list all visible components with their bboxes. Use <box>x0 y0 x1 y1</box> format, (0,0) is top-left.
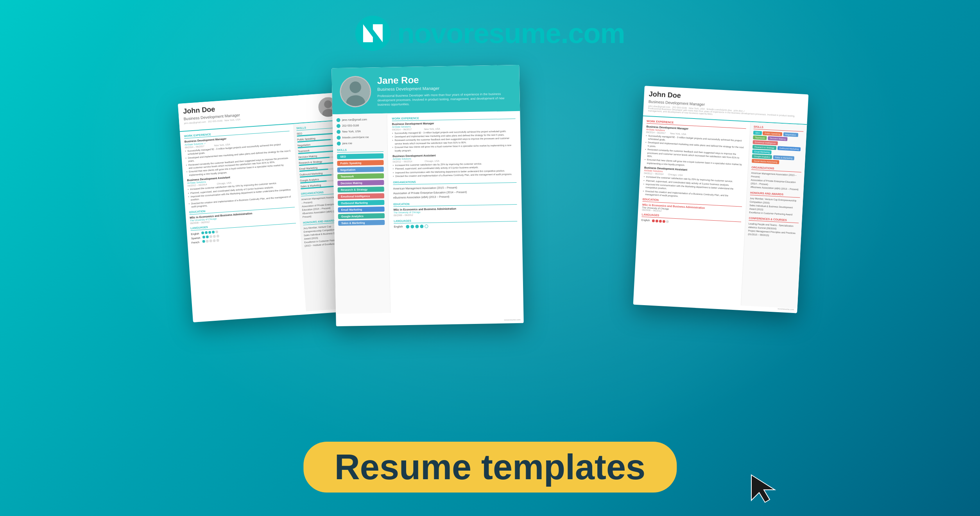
center-name: Jane Roe <box>377 73 511 86</box>
center-main: WORK EXPERIENCE Business Development Man… <box>387 111 523 313</box>
svg-point-0 <box>355 16 390 51</box>
resume-card-center: Jane Roe Business Development Manager Pr… <box>331 65 523 326</box>
logo-area: novoresume.com <box>355 16 625 51</box>
resume-templates-badge: Resume templates <box>303 442 677 493</box>
cursor-arrow <box>749 473 777 504</box>
center-sidebar: jane.roe@gmail.com 202-555-0166 New York… <box>332 113 391 313</box>
right-card-sidebar: SKILLS SEO Public Speaking Negotiation T… <box>740 122 806 308</box>
right-card-body: WORK EXPERIENCE Business Development Man… <box>633 116 807 308</box>
center-header: Jane Roe Business Development Manager Pr… <box>331 65 520 114</box>
right-watermark: novoresume.com <box>778 307 794 311</box>
novoresume-logo-icon <box>355 16 390 51</box>
resume-cards-container: John Doe Business Development Manager jo… <box>256 67 725 372</box>
center-photo <box>339 76 371 107</box>
left-card-main: WORK EXPERIENCE Business Development Man… <box>180 124 306 319</box>
logo-text: novoresume.com <box>397 17 625 49</box>
resume-card-left: John Doe Business Development Manager jo… <box>177 92 357 322</box>
right-card-main: WORK EXPERIENCE Business Development Man… <box>633 116 750 306</box>
center-name-area: Jane Roe Business Development Manager Pr… <box>377 73 512 107</box>
resume-card-right: John Doe Business Development Manager jo… <box>633 86 808 313</box>
resume-templates-label: Resume templates <box>335 449 645 485</box>
center-body: jane.roe@gmail.com 202-555-0166 New York… <box>332 111 523 313</box>
center-watermark: novoresume.com <box>504 318 520 321</box>
center-summary: Professional Business Developer with mor… <box>377 92 512 107</box>
bottom-label-container: Resume templates <box>303 442 677 493</box>
